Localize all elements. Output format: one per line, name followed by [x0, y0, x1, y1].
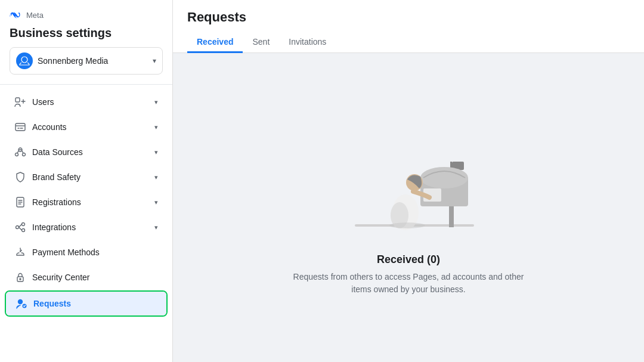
sidebar-item-brand-safety[interactable]: Brand Safety ▾ [5, 165, 168, 189]
integrations-label: Integrations [32, 222, 148, 232]
chevron-icon: ▾ [154, 123, 158, 131]
main-content: Requests Received Sent Invitations [173, 0, 644, 362]
sidebar-divider [0, 84, 172, 85]
requests-label: Requests [33, 299, 157, 308]
chevron-icon: ▾ [154, 98, 158, 106]
accounts-icon [14, 121, 26, 133]
chevron-icon: ▾ [154, 224, 158, 231]
meta-logo-icon [10, 8, 23, 21]
requests-icon [16, 298, 27, 310]
svg-point-4 [23, 153, 26, 156]
page-header: Requests Received Sent Invitations [173, 0, 644, 53]
tabs-bar: Received Sent Invitations [187, 32, 630, 52]
users-label: Users [32, 97, 148, 107]
chevron-icon: ▾ [154, 199, 158, 206]
svg-rect-0 [16, 98, 20, 102]
payment-methods-label: Payment Methods [32, 247, 158, 257]
svg-point-6 [16, 226, 19, 229]
data-sources-icon [14, 146, 26, 158]
sidebar-item-integrations[interactable]: Integrations ▾ [5, 215, 168, 239]
sidebar-item-registrations[interactable]: Registrations ▾ [5, 190, 168, 214]
sidebar-item-security-center[interactable]: Security Center [5, 265, 168, 289]
tab-received[interactable]: Received [187, 32, 243, 53]
sidebar-item-accounts[interactable]: Accounts ▾ [5, 115, 168, 139]
registrations-icon [14, 196, 26, 208]
requests-selected-border: Requests [5, 290, 168, 317]
integrations-icon [14, 221, 26, 233]
svg-rect-1 [16, 123, 25, 131]
brand-safety-icon [14, 171, 26, 183]
svg-point-9 [20, 251, 21, 252]
sidebar-item-users[interactable]: Users ▾ [5, 90, 168, 114]
svg-point-24 [389, 222, 425, 228]
empty-state-illustration [319, 120, 498, 239]
sidebar-item-data-sources[interactable]: Data Sources ▾ [5, 140, 168, 164]
tab-sent[interactable]: Sent [243, 32, 279, 53]
registrations-label: Registrations [32, 197, 148, 207]
sidebar-title: Business settings [10, 26, 163, 40]
sidebar-header: Meta Business settings Sonnenberg Media … [0, 0, 172, 79]
meta-logo-text: Meta [26, 11, 44, 20]
page-title: Requests [187, 10, 630, 25]
chevron-down-icon: ▾ [153, 57, 156, 65]
business-selector[interactable]: Sonnenberg Media ▾ [10, 47, 163, 75]
chevron-icon: ▾ [154, 148, 158, 156]
sidebar: Meta Business settings Sonnenberg Media … [0, 0, 173, 362]
payment-methods-icon [14, 246, 26, 258]
users-icon [14, 96, 26, 108]
sidebar-item-payment-methods[interactable]: Payment Methods [5, 240, 168, 264]
data-sources-label: Data Sources [32, 147, 148, 157]
svg-point-19 [420, 167, 468, 188]
accounts-label: Accounts [32, 122, 148, 132]
chevron-icon: ▾ [154, 174, 158, 181]
svg-point-11 [20, 279, 21, 280]
business-name: Sonnenberg Media [38, 56, 148, 66]
meta-logo: Meta [10, 8, 163, 21]
empty-state-description: Requests from others to access Pages, ad… [283, 271, 534, 296]
empty-state-title: Received (0) [377, 253, 440, 266]
svg-point-7 [22, 223, 25, 226]
business-icon [16, 52, 33, 69]
sidebar-item-requests[interactable]: Requests [6, 292, 166, 315]
empty-state: Received (0) Requests from others to acc… [283, 120, 534, 296]
tab-invitations[interactable]: Invitations [279, 32, 336, 53]
security-center-icon [14, 271, 26, 283]
svg-point-8 [22, 229, 25, 232]
svg-point-3 [16, 153, 18, 156]
content-area: Received (0) Requests from others to acc… [173, 53, 644, 362]
security-center-label: Security Center [32, 273, 158, 282]
brand-safety-label: Brand Safety [32, 172, 148, 182]
business-icon-svg [19, 55, 30, 66]
svg-point-12 [18, 300, 23, 304]
